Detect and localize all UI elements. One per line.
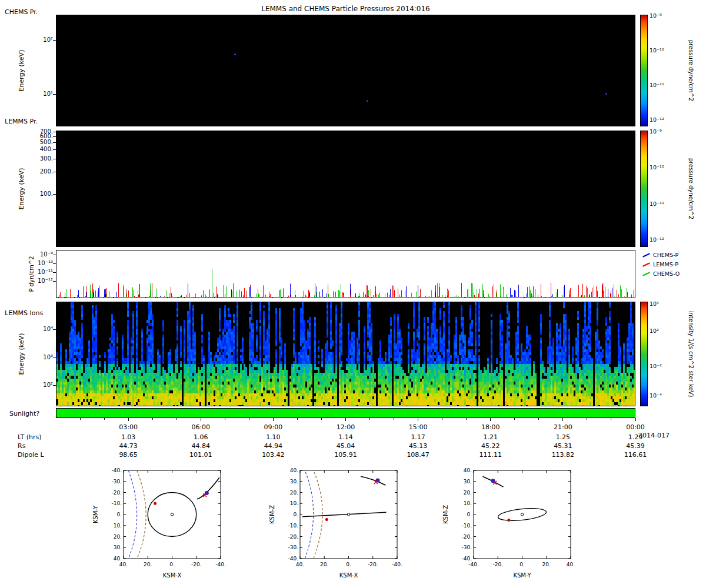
colorbar-label-chems-pressure: pressure dyne/cm^2: [688, 15, 694, 126]
time-axis-label: 09:00: [260, 423, 286, 431]
orbit-y-tick-label: 10.: [464, 500, 472, 506]
ephemeris-value: 98.65: [108, 451, 149, 459]
time-axis-minor-tick: [321, 418, 322, 420]
lemms-pressure-spectrogram: [56, 131, 635, 247]
orbit-y-tick-label: -30.: [288, 544, 298, 550]
ephemeris-row-label: LT (hrs): [18, 433, 42, 441]
y-tick-mark: [53, 159, 56, 159]
time-axis-minor-tick: [587, 418, 587, 420]
ephemeris-value: 45.13: [398, 442, 439, 450]
spacecraft-trajectory: [197, 477, 219, 499]
y-tick-label: 10⁻¹⁰: [31, 260, 53, 266]
pressure-timeseries-canvas: [56, 250, 635, 298]
orbit-y-tick-label: 10.: [290, 500, 298, 506]
time-axis-minor-tick: [80, 418, 81, 420]
y-axis-label-ions-energy: Energy (keV): [18, 302, 25, 406]
time-axis-tick: [635, 418, 636, 421]
y-tick-mark: [53, 385, 56, 386]
ephemeris-value: 1.25: [542, 433, 584, 441]
y-tick-mark: [53, 136, 56, 137]
y-axis-label-lemms-energy: Energy (keV): [18, 131, 25, 247]
orbit-x-axis-label: KSM-X: [339, 572, 358, 579]
time-axis-minor-tick: [442, 418, 442, 420]
orbit-x-tick-label: 20.: [542, 562, 551, 567]
time-axis-tick: [345, 418, 346, 421]
orbit-x-tick-label: 40.: [296, 562, 304, 567]
orbit-x-tick-label: -40.: [215, 562, 226, 567]
orbit-x-tick-label: 0.: [169, 562, 175, 567]
ephemeris-value: 101.01: [180, 451, 221, 459]
colorbar-tick-label: 10⁻⁹: [650, 12, 662, 19]
orbit-x-tick-label: -20.: [492, 562, 503, 567]
orbit-x-tick-label: -20.: [191, 562, 202, 567]
colorbar-tick-label: 10⁻¹²: [650, 116, 664, 123]
orbit-y-tick-label: 30.: [464, 479, 472, 485]
ephemeris-value: 108.47: [398, 451, 439, 459]
saturn-marker: [521, 513, 523, 516]
y-tick-label: 10²: [31, 382, 53, 388]
magnetopause-curve: [314, 470, 322, 559]
orbit-x-tick-label: 0.: [519, 562, 525, 567]
ephemeris-value: 105.91: [325, 451, 367, 459]
orbit-y-tick-label: 30.: [290, 479, 298, 485]
bow-shock-curve: [128, 470, 136, 559]
ephemeris-value: 1.21: [470, 433, 511, 441]
legend-label: LEMMS-P: [653, 261, 678, 268]
colorbar-label-ions-intensity: intensity 1/(s cm^2 ster keV): [688, 302, 694, 406]
ephemeris-row-label: Rs: [18, 442, 25, 450]
colorbar-chems-pressure: [640, 15, 648, 126]
time-axis-minor-tick: [297, 418, 298, 420]
panel-label-sunlight: Sunlight?: [9, 410, 39, 417]
ephemeris-value: 1.03: [108, 433, 149, 441]
orbit-y-tick-label: -30.: [461, 544, 472, 550]
spectrogram-data-point: [367, 100, 368, 102]
time-axis-minor-tick: [538, 418, 539, 420]
orbit-plot-ksmy-ksmz: -40.-20.0.20.40.-40.-30.-20.-10.0.10.20.…: [438, 466, 580, 583]
orbit-x-axis-label: KSM-Y: [513, 572, 531, 579]
ephemeris-value: 44.84: [180, 442, 221, 450]
orbit-y-tick-label: -10.: [111, 500, 122, 506]
orbit-y-tick-label: 40.: [464, 467, 472, 473]
chems-pressure-spectrogram: [56, 15, 635, 126]
colorbar-tick-label: 10²: [650, 328, 659, 334]
orbit-y-tick-label: 20.: [290, 490, 298, 496]
y-tick-label: 10³: [31, 354, 53, 360]
ephemeris-value: 1.17: [398, 433, 439, 441]
time-axis-minor-tick: [369, 418, 370, 420]
y-tick-label: 300.: [31, 155, 53, 162]
orbit-y-tick-label: -30.: [111, 479, 122, 485]
orbit-y-tick-label: -40.: [288, 556, 298, 562]
orbit-plot-ksmx-ksmz: 40.20.0.-20.-40.-40.-30.-20.-10.0.10.20.…: [265, 466, 406, 583]
sunlight-indicator-bar: [56, 408, 635, 418]
orbit-y-tick-label: 20.: [114, 534, 122, 540]
legend-item: CHEMS-P: [641, 251, 700, 259]
orbit-x-tick-label: -40.: [468, 562, 479, 567]
time-axis-label: 03:00: [115, 423, 141, 431]
time-axis-label: 00:00: [622, 423, 648, 431]
y-axis-label-chems-energy: Energy (keV): [18, 15, 25, 126]
position-marker-dot: [154, 502, 156, 505]
position-marker-dot: [325, 518, 328, 521]
ephemeris-value: 1.29: [615, 433, 656, 441]
spectrogram-data-point: [605, 93, 607, 95]
y-tick-label: 100.: [31, 191, 53, 197]
orbit-x-axis-label: KSM-X: [163, 572, 182, 579]
ephemeris-value: 1.10: [252, 433, 294, 441]
ephemeris-value: 116.61: [615, 451, 656, 459]
ephemeris-value: 45.04: [325, 442, 367, 450]
time-axis-minor-tick: [394, 418, 394, 420]
orbit-y-tick-label: 0.: [293, 512, 298, 517]
y-tick-label: 10⁻¹¹: [31, 269, 53, 275]
time-axis-label: 21:00: [550, 423, 576, 431]
y-tick-label: 10⁻¹²: [31, 278, 53, 284]
y-tick-label: 400.: [31, 146, 53, 152]
orbit-y-tick-label: 20.: [464, 490, 472, 496]
y-tick-label: 10¹: [31, 91, 53, 97]
y-tick-mark: [53, 272, 56, 273]
orbit-y-tick-label: -20.: [461, 534, 472, 540]
legend-item: LEMMS-P: [641, 260, 700, 269]
orbit-y-tick-label: 10.: [114, 523, 122, 529]
orbit-y-tick-label: 0.: [116, 512, 122, 517]
time-axis-label: 15:00: [405, 423, 431, 431]
position-marker-dot: [507, 519, 510, 522]
